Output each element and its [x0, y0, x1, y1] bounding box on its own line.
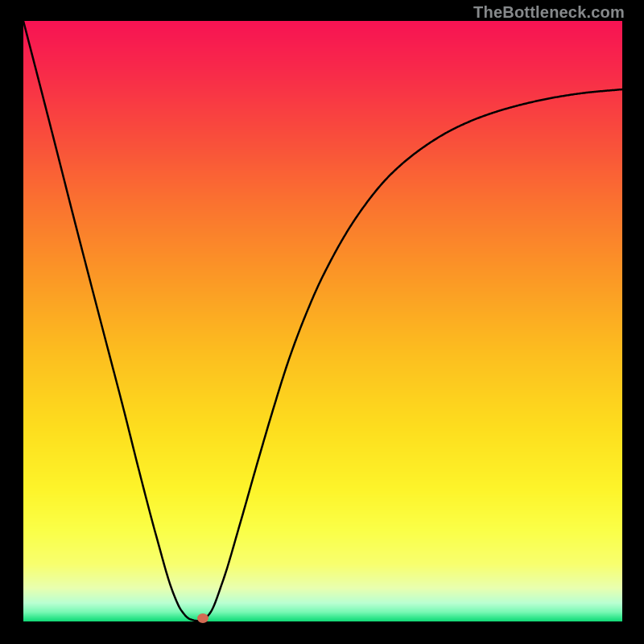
marker-dot: [197, 613, 208, 623]
gradient-background: [23, 21, 622, 621]
watermark-label: TheBottleneck.com: [473, 3, 625, 22]
chart-stage: TheBottleneck.com: [0, 0, 644, 644]
plot-area: [23, 21, 622, 621]
